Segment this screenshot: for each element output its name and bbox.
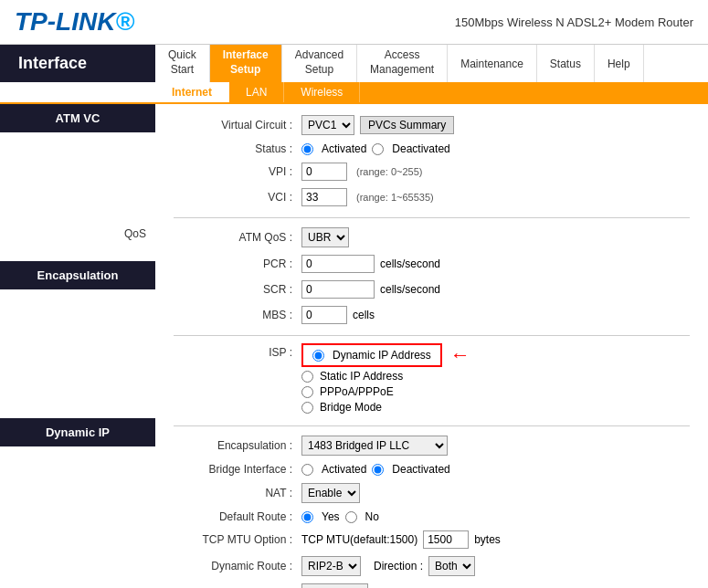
vpi-row: VPI : (range: 0~255) (174, 161, 690, 183)
default-route-no-label: No (365, 510, 379, 523)
divider2 (174, 335, 690, 336)
sidebar: ATM VC QoS Encapsulation Dynamic IP (0, 104, 155, 588)
isp-bridge-row: Bridge Mode (301, 401, 470, 414)
status-activated-radio[interactable] (301, 143, 313, 155)
isp-dynamic-ip-label: Dynamic IP Address (333, 349, 431, 362)
sidebar-spacer2 (0, 290, 155, 382)
isp-label: ISP : (174, 343, 301, 359)
isp-pppoa-radio[interactable] (301, 386, 313, 398)
multicast-select[interactable]: Disabled (301, 583, 368, 588)
dynamic-route-row: Dynamic Route : RIP2-B Direction : Both (174, 554, 690, 578)
bridge-activated-radio[interactable] (301, 464, 313, 476)
default-route-yes-radio[interactable] (301, 511, 313, 523)
tab-maintenance-label: Maintenance (460, 58, 523, 70)
sidebar-qos: QoS (0, 206, 155, 261)
isp-pppoa-label: PPPoA/PPPoE (320, 385, 394, 398)
nat-select[interactable]: Enable (301, 483, 360, 503)
dynamic-route-select[interactable]: RIP2-B (301, 556, 361, 576)
pvc-summary-button[interactable]: PVCs Summary (360, 116, 454, 134)
atm-qos-select[interactable]: UBR (301, 227, 349, 247)
sidebar-encapsulation: Encapsulation (0, 261, 155, 289)
nat-row: NAT : Enable (174, 481, 690, 505)
multicast-row: Multicast : Disabled (174, 582, 690, 588)
vpi-input[interactable] (301, 163, 347, 181)
virtual-circuit-select[interactable]: PVC1 (301, 115, 354, 135)
scr-input[interactable] (301, 280, 375, 299)
sidebar-spacer1 (0, 133, 155, 206)
scr-value: cells/second (301, 280, 440, 299)
bridge-interface-value: Activated Deactivated (301, 463, 450, 476)
sidebar-dynamic-ip: Dynamic IP (0, 418, 155, 446)
vci-input[interactable] (301, 188, 347, 206)
nat-value: Enable (301, 483, 360, 503)
encapsulation-type-row: Encapsulation : 1483 Bridged IP LLC (174, 434, 690, 457)
tab-status-label: Status (550, 58, 581, 70)
default-route-value: Yes No (301, 510, 379, 523)
encapsulation-section: ISP : Dynamic IP Address ← Static IP Add… (174, 343, 690, 416)
tab-help-label: Help (608, 58, 630, 70)
sub-tab-wireless[interactable]: Wireless (284, 82, 360, 102)
divider1 (174, 217, 690, 218)
pcr-input[interactable] (301, 255, 375, 273)
default-route-label: Default Route : (174, 510, 301, 523)
qos-section: ATM QoS : UBR PCR : cells/second SCR : (174, 226, 690, 326)
tab-status[interactable]: Status (537, 45, 595, 82)
mbs-value: cells (301, 306, 375, 324)
divider3 (174, 425, 690, 426)
vpi-label: VPI : (174, 165, 301, 178)
bridge-deactivated-radio[interactable] (372, 464, 384, 476)
default-route-no-radio[interactable] (345, 511, 357, 523)
mbs-unit: cells (353, 309, 375, 321)
mbs-input[interactable] (301, 306, 347, 324)
vci-value: (range: 1~65535) (301, 188, 434, 206)
isp-container: ISP : Dynamic IP Address ← Static IP Add… (174, 343, 690, 416)
status-label: Status : (174, 142, 301, 155)
content: ATM VC QoS Encapsulation Dynamic IP Virt… (0, 104, 708, 588)
isp-bridge-radio[interactable] (301, 402, 313, 414)
vci-row: VCI : (range: 1~65535) (174, 186, 690, 208)
atm-qos-value: UBR (301, 227, 349, 247)
isp-highlighted-box: Dynamic IP Address (301, 343, 442, 367)
header: TP-LINK® 150Mbps Wireless N ADSL2+ Modem… (0, 0, 708, 45)
status-activated-label: Activated (322, 142, 366, 155)
tab-quick-start[interactable]: QuickStart (155, 45, 210, 82)
pcr-unit: cells/second (380, 257, 440, 270)
nat-label: NAT : (174, 487, 301, 499)
virtual-circuit-label: Virtual Circuit : (174, 119, 301, 131)
status-deactivated-label: Deactivated (392, 142, 449, 155)
status-deactivated-radio[interactable] (372, 143, 384, 155)
logo-text: TP-LINK (15, 7, 115, 36)
scr-unit: cells/second (380, 283, 440, 296)
tcp-mtu-text: TCP MTU(default:1500) (301, 533, 417, 546)
tab-help[interactable]: Help (595, 45, 644, 82)
encapsulation-type-value: 1483 Bridged IP LLC (301, 436, 448, 456)
pcr-value: cells/second (301, 255, 440, 273)
dynamic-route-label: Dynamic Route : (174, 560, 301, 572)
nav-sub: Internet LAN Wireless (155, 82, 708, 102)
tab-access-management[interactable]: AccessManagement (357, 45, 448, 82)
isp-static-ip-label: Static IP Address (320, 370, 403, 383)
encapsulation-type-label: Encapsulation : (174, 439, 301, 452)
pcr-row: PCR : cells/second (174, 253, 690, 275)
direction-select[interactable]: Both (428, 556, 475, 576)
tcp-mtu-value: TCP MTU(default:1500) bytes (301, 530, 501, 549)
scr-label: SCR : (174, 283, 301, 296)
sub-tab-internet[interactable]: Internet (155, 82, 229, 102)
sub-tab-lan[interactable]: LAN (229, 82, 284, 102)
isp-dynamic-ip-row: Dynamic IP Address ← (301, 343, 470, 367)
tcp-mtu-input[interactable] (423, 530, 469, 549)
isp-dynamic-ip-radio[interactable] (312, 350, 324, 362)
pcr-label: PCR : (174, 257, 301, 270)
virtual-circuit-value: PVC1 PVCs Summary (301, 115, 454, 135)
encapsulation-type-select[interactable]: 1483 Bridged IP LLC (301, 436, 448, 456)
virtual-circuit-row: Virtual Circuit : PVC1 PVCs Summary (174, 113, 690, 137)
tcp-mtu-label: TCP MTU Option : (174, 533, 301, 546)
tab-interface-setup[interactable]: InterfaceSetup (210, 45, 282, 82)
router-title: 150Mbps Wireless N ADSL2+ Modem Router (455, 16, 693, 29)
multicast-value: Disabled (301, 583, 368, 588)
nav-tabs: QuickStart InterfaceSetup AdvancedSetup … (155, 45, 708, 82)
isp-static-ip-radio[interactable] (301, 371, 313, 383)
tab-advanced-setup[interactable]: AdvancedSetup (282, 45, 357, 82)
bridge-deactivated-label: Deactivated (392, 463, 449, 476)
tab-maintenance[interactable]: Maintenance (448, 45, 537, 82)
